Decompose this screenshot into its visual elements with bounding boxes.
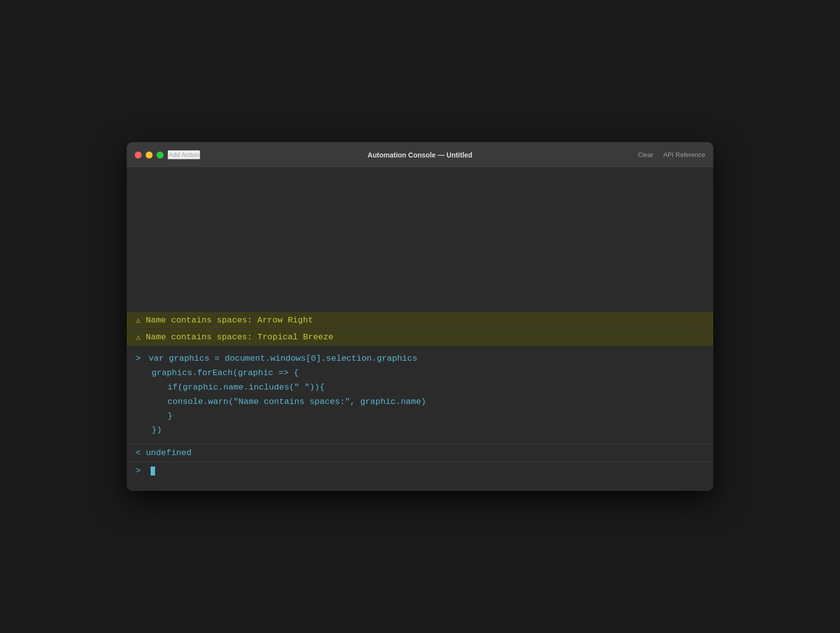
window-title: Automation Console — Untitled [368,151,473,159]
clear-button[interactable]: Clear [638,151,653,158]
code-line-4: console.warn("Name contains spaces:", gr… [136,395,704,409]
code-line-6: }) [136,423,704,438]
warning-row-1: ⚠ Name contains spaces: Arrow Right [127,312,713,329]
warning-icon-2: ⚠ [136,332,141,342]
result-row: < undefined [127,444,713,462]
warning-text-2: Name contains spaces: Tropical Breeze [146,332,333,342]
code-text-6: }) [152,423,162,438]
input-row[interactable]: > [127,462,713,479]
input-prompt: > [136,466,144,475]
result-value: undefined [146,448,191,458]
minimize-button[interactable] [146,152,153,158]
input-cursor [151,467,155,475]
code-text-5: } [168,409,172,424]
automation-console-window: Add Action Automation Console — Untitled… [127,142,713,491]
code-text-1: var graphics = document.windows[0].selec… [149,352,418,366]
prompt-1: > [136,352,144,366]
titlebar-actions: Clear API Reference [638,151,705,158]
console-area: ⚠ Name contains spaces: Arrow Right ⚠ Na… [127,168,713,491]
maximize-button[interactable] [157,152,164,158]
close-button[interactable] [135,152,142,158]
result-prefix: < [136,448,146,458]
traffic-lights [135,152,164,158]
warning-row-2: ⚠ Name contains spaces: Tropical Breeze [127,329,713,346]
code-line-1: > var graphics = document.windows[0].sel… [136,352,704,366]
warning-text-1: Name contains spaces: Arrow Right [146,316,313,325]
add-action-button[interactable]: Add Action [168,150,200,159]
code-line-2: graphics.forEach(graphic => { [136,366,704,381]
code-text-2: graphics.forEach(graphic => { [152,366,299,381]
console-empty-space [127,168,713,312]
warning-icon-1: ⚠ [136,315,141,325]
code-text-4: console.warn("Name contains spaces:", gr… [168,395,426,409]
code-line-3: if(graphic.name.includes(" ")){ [136,381,704,395]
code-line-5: } [136,409,704,424]
api-reference-button[interactable]: API Reference [663,151,705,158]
code-text-3: if(graphic.name.includes(" ")){ [168,381,325,395]
code-block: > var graphics = document.windows[0].sel… [127,346,713,444]
titlebar: Add Action Automation Console — Untitled… [127,142,713,168]
